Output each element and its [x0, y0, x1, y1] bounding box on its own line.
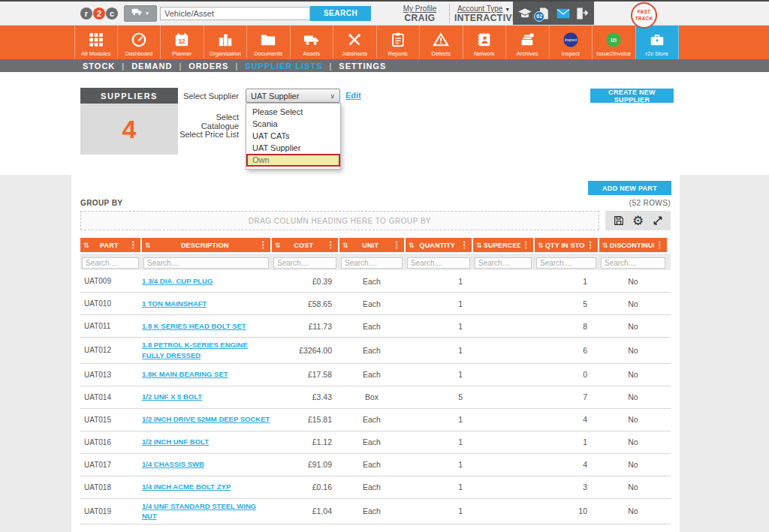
sort-icon[interactable]: ⇅: [83, 242, 89, 249]
vehicle-type-dropdown[interactable]: ▼: [124, 5, 157, 22]
column-header-qty-in-stock[interactable]: ⇅QTY IN STOCK⋮: [535, 238, 598, 252]
cell-description: 1/4 INCH ACME BOLT ZYP: [142, 482, 270, 492]
search-filter-part[interactable]: [82, 257, 139, 269]
module-assets[interactable]: Assets: [291, 26, 334, 59]
logout-door-icon[interactable]: [574, 6, 590, 21]
column-menu-icon[interactable]: ⋮: [656, 240, 664, 250]
save-layout-icon[interactable]: [612, 215, 625, 227]
sort-icon[interactable]: ⇅: [602, 242, 608, 249]
module-planner[interactable]: 12Planner: [161, 26, 204, 59]
group-by-drop-zone[interactable]: DRAG COLUMN HEADING HERE TO GROUP BY: [80, 211, 599, 230]
caret-down-icon: ▼: [145, 11, 149, 16]
subnav-item-orders[interactable]: ORDERS: [188, 62, 228, 71]
module-reports[interactable]: Reports: [377, 26, 421, 59]
archive-icon: [519, 30, 535, 49]
module-label: r2c Store: [646, 50, 668, 57]
column-menu-icon[interactable]: ⋮: [393, 240, 401, 250]
dropdown-option-please-select[interactable]: Please Select: [246, 106, 340, 118]
part-description-link[interactable]: 1/4 CHASSIS SWB: [142, 460, 204, 468]
column-header-quantity[interactable]: ⇅QUANTITY⋮: [406, 238, 472, 252]
module-dashboard[interactable]: Dashboard: [118, 26, 161, 59]
column-menu-icon[interactable]: ⋮: [587, 240, 595, 250]
part-description-link[interactable]: 1.8 K SERIES HEAD BOLT SET: [142, 322, 246, 330]
module-network[interactable]: Network: [463, 26, 507, 59]
column-menu-icon[interactable]: ⋮: [460, 240, 469, 250]
module-inspect[interactable]: InspectInspect: [550, 26, 593, 59]
subnav-item-stock[interactable]: STOCK: [83, 62, 115, 71]
search-filter-discontinued[interactable]: [601, 257, 665, 269]
column-menu-icon[interactable]: ⋮: [129, 240, 137, 250]
header-icon-toolbar: 62: [513, 2, 594, 25]
dropdown-option-uat-supplier[interactable]: UAT Supplier: [246, 142, 340, 154]
module-archives[interactable]: Archives: [506, 26, 550, 59]
column-header-description[interactable]: ⇅DESCRIPTION⋮: [142, 238, 270, 252]
part-description-link[interactable]: 1 TON MAINSHAFT: [142, 299, 207, 308]
training-icon[interactable]: [517, 6, 532, 21]
search-filter-supercedes[interactable]: [475, 257, 532, 269]
module-all-modules[interactable]: All Modules: [74, 26, 118, 59]
sort-icon[interactable]: ⇅: [342, 242, 348, 249]
cell-quantity: 1: [406, 437, 472, 446]
column-header-cost[interactable]: ⇅COST⋮: [272, 238, 338, 252]
cell-unit: Each: [339, 299, 404, 308]
dropdown-option-scania[interactable]: Scania: [246, 118, 340, 130]
expand-fullscreen-icon[interactable]: [651, 215, 664, 227]
module-defects[interactable]: Defects: [420, 26, 463, 59]
module-organisation[interactable]: Organisation: [204, 26, 248, 59]
sort-icon[interactable]: ⇅: [476, 242, 482, 249]
part-description-link[interactable]: 1/2 UNF X 5 BOLT: [142, 392, 202, 401]
part-description-link[interactable]: 1/2 INCH DRIVE 52MM DEEP SOCKET: [142, 415, 270, 423]
module-jobsheets[interactable]: Jobsheets: [333, 26, 377, 59]
part-description-link[interactable]: 1/2 INCH UNF BOLT: [142, 437, 209, 446]
my-profile-link[interactable]: My Profile: [403, 5, 436, 13]
part-description-link[interactable]: 1/4 INCH ACME BOLT ZYP: [142, 482, 231, 491]
search-filter-cost[interactable]: [273, 257, 336, 269]
subnav-item-settings[interactable]: SETTINGS: [339, 62, 386, 71]
part-description-link[interactable]: 1 3/4 DIA. CUP PLUG: [142, 277, 213, 285]
search-button[interactable]: SEARCH: [310, 6, 371, 21]
column-header-discontinued[interactable]: ⇅DISCONTINUED⋮: [599, 238, 667, 252]
column-menu-icon[interactable]: ⋮: [259, 240, 267, 250]
column-menu-icon[interactable]: ⋮: [327, 240, 335, 250]
create-new-supplier-button[interactable]: CREATE NEW SUPPLIER: [590, 89, 674, 103]
subnav-item-demand[interactable]: DEMAND: [131, 62, 172, 71]
sort-icon[interactable]: ⇅: [409, 242, 415, 249]
news-document-wrap[interactable]: 62: [536, 6, 551, 21]
module-r2c-store[interactable]: r2c Store: [636, 26, 680, 59]
subnav-item-supplier-lists[interactable]: SUPPLIER LISTS: [245, 62, 322, 71]
part-description-link[interactable]: 1.8K MAIN BEARING SET: [142, 370, 228, 378]
module-documents[interactable]: Documents: [247, 26, 291, 59]
edit-supplier-link[interactable]: Edit: [345, 91, 361, 100]
cell-discontinued: No: [599, 370, 667, 379]
column-header-part[interactable]: ⇅PART⋮: [80, 238, 140, 252]
messages-envelope-icon[interactable]: [556, 6, 571, 21]
sort-icon[interactable]: ⇅: [538, 242, 544, 249]
sort-icon[interactable]: ⇅: [145, 242, 151, 249]
column-label: QUANTITY: [416, 242, 459, 249]
account-type-link[interactable]: Account Type: [457, 5, 502, 13]
cell-discontinued: No: [599, 415, 667, 424]
search-filter-quantity[interactable]: [407, 257, 470, 269]
part-row: UAT0201/4 UNF X 7/8 SOCKET CAP£0.50Each1…: [80, 524, 671, 532]
part-row: UAT0151/2 INCH DRIVE 52MM DEEP SOCKET£15…: [80, 409, 671, 431]
supplier-select[interactable]: UAT Supplier ∨: [246, 89, 340, 103]
add-new-part-button[interactable]: ADD NEW PART: [588, 181, 671, 195]
part-description-link[interactable]: 1/4 UNF STANDARD STEEL WING NUT: [142, 502, 256, 521]
column-menu-icon[interactable]: ⋮: [522, 240, 530, 250]
cell-quantity: 5: [406, 392, 472, 401]
dropdown-option-uat-cats[interactable]: UAT CATs: [246, 130, 340, 142]
settings-gear-icon[interactable]: ⚙: [632, 215, 644, 227]
search-filter-qty-in-stock[interactable]: [536, 257, 596, 269]
cell-qty-in-stock: 4: [535, 415, 598, 424]
column-header-unit[interactable]: ⇅UNIT⋮: [339, 238, 404, 252]
sort-icon[interactable]: ⇅: [275, 242, 281, 249]
module-issue2invoice[interactable]: i2iIssue2Invoice: [593, 26, 636, 59]
suppliers-summary-box: SUPPLIERS 4: [80, 88, 178, 155]
vehicle-search-input[interactable]: [160, 7, 310, 20]
suppliers-count: 4: [80, 104, 178, 155]
search-filter-unit[interactable]: [341, 257, 403, 269]
search-filter-description[interactable]: [143, 257, 269, 269]
column-header-supercedes[interactable]: ⇅SUPERCEDES⋮: [473, 238, 533, 252]
part-description-link[interactable]: 1.8 PETROL K-SERIES ENGINE FULLY DRESSED: [142, 341, 248, 359]
dropdown-option-own[interactable]: Own: [246, 154, 340, 167]
